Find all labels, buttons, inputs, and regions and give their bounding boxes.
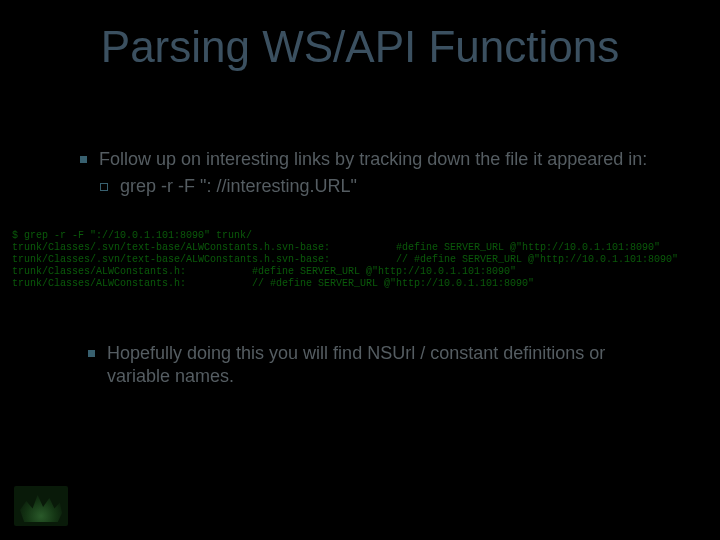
bullet-group-1: Follow up on interesting links by tracki… bbox=[80, 148, 680, 197]
terminal-output: $ grep -r -F "://10.0.1.101:8090" trunk/… bbox=[12, 230, 708, 290]
list-item: Hopefully doing this you will find NSUrl… bbox=[88, 342, 660, 387]
decorative-thumbnail bbox=[14, 486, 68, 526]
slide-title: Parsing WS/API Functions bbox=[0, 22, 720, 72]
list-item: Follow up on interesting links by tracki… bbox=[80, 148, 680, 171]
bullet-text: Follow up on interesting links by tracki… bbox=[99, 148, 647, 171]
bullet-icon bbox=[88, 350, 95, 357]
bullet-icon bbox=[100, 183, 108, 191]
bullet-text: Hopefully doing this you will find NSUrl… bbox=[107, 342, 660, 387]
bullet-group-2: Hopefully doing this you will find NSUrl… bbox=[88, 342, 660, 387]
bullet-sub-text: grep -r -F ": //interesting.URL" bbox=[120, 175, 357, 198]
bullet-icon bbox=[80, 156, 87, 163]
list-item: grep -r -F ": //interesting.URL" bbox=[100, 175, 680, 198]
slide: Parsing WS/API Functions Follow up on in… bbox=[0, 0, 720, 540]
